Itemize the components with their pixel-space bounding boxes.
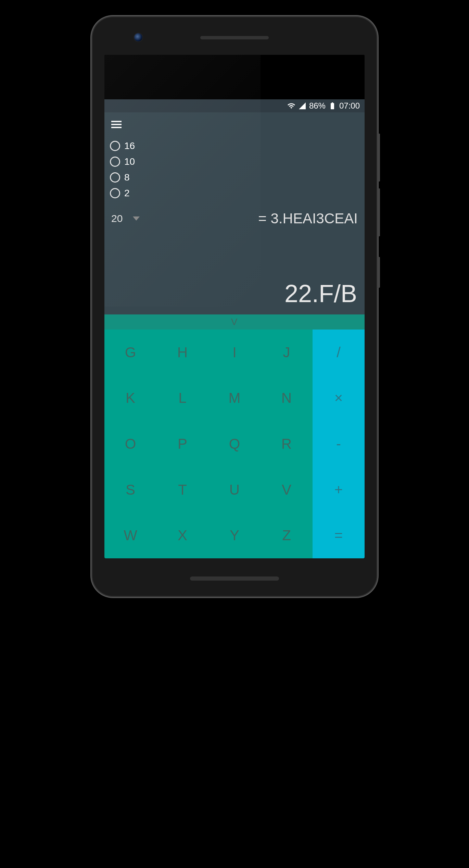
key-w[interactable]: W — [104, 512, 156, 558]
hamburger-menu-icon[interactable] — [104, 112, 128, 134]
key-x[interactable]: X — [156, 512, 208, 558]
power-button — [377, 257, 380, 288]
key-p[interactable]: P — [156, 421, 208, 467]
wifi-icon — [287, 102, 295, 110]
bottom-speaker — [190, 576, 279, 581]
svg-rect-0 — [111, 121, 122, 122]
radio-icon — [110, 141, 120, 151]
front-camera — [134, 33, 143, 42]
radio-label: 16 — [124, 140, 135, 151]
svg-rect-1 — [111, 124, 122, 125]
radio-icon — [110, 157, 120, 167]
key-k[interactable]: K — [104, 375, 156, 421]
volume-up-button — [377, 134, 380, 182]
radio-base-2[interactable]: 2 — [110, 186, 359, 200]
key-q[interactable]: Q — [208, 421, 261, 467]
svg-rect-2 — [111, 127, 122, 128]
key-u[interactable]: U — [208, 467, 261, 513]
key-h[interactable]: H — [156, 330, 208, 375]
clock-time: 07:00 — [339, 101, 360, 111]
key-i[interactable]: I — [208, 330, 261, 375]
keypad: G H I J K L M N O P Q R S T U V W X Y Z — [104, 330, 365, 558]
status-bar: 86% 07:00 — [104, 99, 365, 112]
radio-icon — [110, 188, 120, 198]
key-l[interactable]: L — [156, 375, 208, 421]
phone-screen: 86% 07:00 16 10 8 — [104, 55, 365, 558]
signal-icon — [298, 102, 306, 110]
base-value: 20 — [111, 213, 123, 224]
volume-down-button — [377, 188, 380, 236]
operator-keys: / × - + = — [313, 330, 365, 558]
key-t[interactable]: T — [156, 467, 208, 513]
top-black-bar — [104, 55, 365, 99]
key-r[interactable]: R — [261, 421, 313, 467]
display-panel: 16 10 8 2 20 — [104, 112, 365, 314]
radio-label: 10 — [124, 156, 135, 167]
key-multiply[interactable]: × — [313, 375, 365, 421]
key-n[interactable]: N — [261, 375, 313, 421]
panel-divider[interactable]: V — [104, 314, 365, 330]
radio-base-10[interactable]: 10 — [110, 155, 359, 169]
result-display: = 3.HEAI3CEAI — [258, 210, 358, 227]
radio-label: 8 — [124, 172, 130, 183]
key-equals[interactable]: = — [313, 512, 365, 558]
letter-keys: G H I J K L M N O P Q R S T U V W X Y Z — [104, 330, 313, 558]
battery-percent: 86% — [309, 101, 326, 111]
phone-frame: 86% 07:00 16 10 8 — [92, 17, 377, 596]
battery-icon — [328, 102, 337, 110]
earpiece-speaker — [200, 36, 269, 39]
chevron-down-icon — [133, 216, 140, 221]
radio-icon — [110, 172, 120, 183]
radio-label: 2 — [124, 188, 130, 199]
key-plus[interactable]: + — [313, 467, 365, 513]
key-minus[interactable]: - — [313, 421, 365, 467]
key-y[interactable]: Y — [208, 512, 261, 558]
divider-label: V — [231, 317, 238, 327]
radio-base-16[interactable]: 16 — [110, 139, 359, 153]
base-dropdown[interactable]: 20 — [111, 213, 140, 224]
expression-display: 22.F/B — [104, 273, 365, 314]
base-result-row: 20 = 3.HEAI3CEAI — [104, 200, 365, 227]
key-s[interactable]: S — [104, 467, 156, 513]
key-j[interactable]: J — [261, 330, 313, 375]
key-z[interactable]: Z — [261, 512, 313, 558]
base-radio-group: 16 10 8 2 — [104, 134, 365, 200]
key-o[interactable]: O — [104, 421, 156, 467]
key-divide[interactable]: / — [313, 330, 365, 375]
key-g[interactable]: G — [104, 330, 156, 375]
key-v[interactable]: V — [261, 467, 313, 513]
key-m[interactable]: M — [208, 375, 261, 421]
radio-base-8[interactable]: 8 — [110, 171, 359, 184]
